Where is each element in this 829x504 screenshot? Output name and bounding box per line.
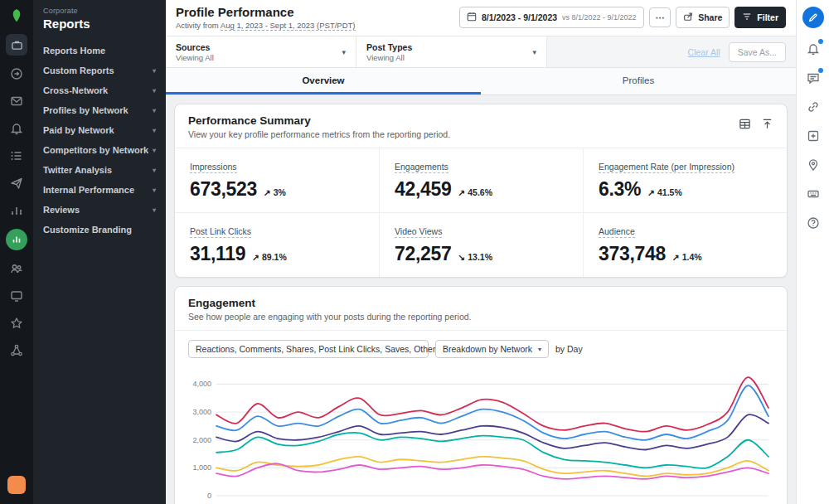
svg-text:3,000: 3,000 [192, 408, 211, 416]
reports-icon-active[interactable] [6, 229, 27, 250]
breakdown-select-value: Breakdown by Network [443, 344, 532, 354]
by-day-label: by Day [555, 344, 583, 354]
publishing-icon[interactable] [7, 174, 26, 192]
date-compare-value: vs 8/1/2022 - 9/1/2022 [562, 13, 637, 22]
metric-value: 673,523 [190, 178, 257, 201]
keyboard-icon[interactable] [805, 186, 822, 202]
sidebar-item-custom-reports[interactable]: Custom Reports▾ [33, 61, 166, 80]
chart-series-facebook [216, 414, 768, 450]
sidebar-item-customize-branding[interactable]: Customize Branding [33, 220, 166, 240]
metric-select[interactable]: Reactions, Comments, Shares, Post Link C… [188, 340, 429, 358]
sidebar-item-label: Profiles by Network [43, 105, 128, 115]
integrations-icon[interactable] [7, 342, 26, 360]
sidebar-item-twitter-analysis[interactable]: Twitter Analysis▾ [33, 160, 166, 180]
breakdown-select[interactable]: Breakdown by Network ▾ [435, 340, 549, 358]
sidebar-item-reviews[interactable]: Reviews▾ [33, 200, 166, 220]
tasks-icon[interactable] [7, 147, 26, 165]
filter-button[interactable]: Filter [734, 7, 786, 28]
chevron-down-icon: ▾ [153, 107, 156, 114]
tab-overview[interactable]: Overview [166, 68, 481, 94]
sources-label: Sources [176, 42, 214, 52]
sidebar-title: Reports [43, 17, 156, 31]
engagement-card-titles: Engagement See how people are engaging w… [188, 297, 471, 322]
filter-bar: Sources Viewing All ▾ Post Types Viewing… [166, 36, 796, 68]
performance-summary-card: Performance Summary View your key profil… [174, 104, 788, 278]
chevron-down-icon: ▾ [532, 48, 536, 56]
page-header-left: Profile Performance Activity from Aug 1,… [176, 5, 356, 30]
post-types-value: Viewing All [366, 53, 412, 62]
sidebar-item-competitors-by-network[interactable]: Competitors by Network▾ [33, 140, 166, 160]
sidebar-item-cross-network[interactable]: Cross-Network▾ [33, 80, 166, 100]
content-area: Performance Summary View your key profil… [166, 95, 796, 504]
sidebar-item-reports-home[interactable]: Reports Home [33, 41, 166, 61]
metric-label: Impressions [190, 162, 237, 173]
bell-icon[interactable] [7, 119, 26, 138]
export-icon[interactable] [761, 118, 773, 133]
sidebar-item-internal-performance[interactable]: Internal Performance▾ [33, 180, 166, 200]
sources-dropdown[interactable]: Sources Viewing All ▾ [166, 36, 356, 67]
metric-impressions: Impressions673,523↗ 3% [175, 148, 379, 212]
metric-trend-down: ↘ 13.1% [458, 252, 493, 262]
metric-video-views: Video Views72,257↘ 13.1% [379, 212, 583, 277]
metric-trend-up: ↗ 1.4% [672, 252, 702, 262]
engagement-controls: Reactions, Comments, Shares, Post Link C… [175, 331, 787, 361]
engagement-card: Engagement See how people are engaging w… [174, 286, 788, 504]
analytics-icon[interactable] [7, 201, 26, 220]
notifications-bell-icon[interactable] [805, 41, 822, 57]
chart-wrapper: 01,0002,0003,0004,0001234567891011121314… [175, 361, 787, 504]
post-types-dropdown-text: Post Types Viewing All [366, 42, 412, 62]
metrics-grid: Impressions673,523↗ 3%Engagements42,459↗… [175, 148, 787, 277]
clear-all-link[interactable]: Clear All [688, 47, 720, 57]
metric-trend-up: ↗ 3% [264, 187, 286, 197]
page-subtitle: Activity from Aug 1, 2023 - Sept 1, 2023… [176, 21, 356, 30]
sidebar-item-label: Cross-Network [43, 85, 108, 95]
calendar-icon [467, 12, 477, 23]
compose-button[interactable] [802, 7, 824, 28]
save-as-button[interactable]: Save As... [729, 42, 786, 62]
summary-card-header: Performance Summary View your key profil… [175, 104, 787, 148]
metric-trend-up: ↗ 45.6% [458, 187, 493, 197]
location-pin-icon[interactable] [805, 157, 822, 173]
tab-bar: OverviewProfiles [166, 68, 796, 95]
svg-text:2,000: 2,000 [192, 436, 211, 444]
chevron-down-icon: ▾ [153, 87, 156, 94]
sidebar-item-label: Internal Performance [43, 185, 134, 195]
metric-select-value: Reactions, Comments, Shares, Post Link C… [196, 344, 463, 354]
briefcase-icon[interactable] [6, 34, 27, 56]
post-types-dropdown[interactable]: Post Types Viewing All ▾ [356, 36, 547, 67]
filter-bar-actions: Clear All Save As... [547, 36, 796, 67]
summary-description: View your key profile performance metric… [188, 129, 450, 139]
sidebar-item-label: Competitors by Network [43, 145, 148, 155]
sidebar-item-profiles-by-network[interactable]: Profiles by Network▾ [33, 100, 166, 120]
link-icon[interactable] [805, 99, 822, 115]
metric-value: 6.3% [599, 178, 641, 201]
more-options-button[interactable]: ⋯ [649, 7, 671, 27]
user-avatar[interactable] [7, 476, 26, 494]
sources-dropdown-text: Sources Viewing All [176, 42, 214, 62]
sidebar-item-label: Custom Reports [43, 65, 114, 75]
star-icon[interactable] [7, 314, 26, 332]
date-range-button[interactable]: 8/1/2023 - 9/1/2023 vs 8/1/2022 - 9/1/20… [459, 7, 644, 28]
sidebar-item-label: Reviews [43, 205, 80, 215]
page-title: Profile Performance [176, 5, 356, 19]
metric-value: 373,748 [599, 243, 666, 265]
share-button[interactable]: Share [676, 7, 730, 28]
metric-label: Engagement Rate (per Impression) [599, 162, 734, 173]
feedback-badge [818, 68, 823, 73]
feedback-icon[interactable] [805, 70, 822, 86]
chevron-down-icon: ▾ [153, 206, 156, 214]
summary-title: Performance Summary [188, 114, 450, 127]
add-window-icon[interactable] [805, 128, 822, 144]
subtitle-dates: Aug 1, 2023 - Sept 1, 2023 (PST/PDT) [221, 21, 356, 31]
engagement-card-header: Engagement See how people are engaging w… [175, 287, 787, 331]
table-view-icon[interactable] [739, 118, 751, 133]
help-icon[interactable] [805, 215, 822, 231]
sidebar-item-paid-by-network[interactable]: Paid by Network▾ [33, 120, 166, 140]
monitor-icon[interactable] [7, 287, 26, 305]
inbox-icon[interactable] [7, 65, 26, 83]
chevron-down-icon: ▾ [153, 187, 156, 194]
people-icon[interactable] [7, 259, 26, 278]
envelope-icon[interactable] [7, 92, 26, 110]
tab-profiles[interactable]: Profiles [481, 68, 796, 94]
date-range-value: 8/1/2023 - 9/1/2023 [482, 12, 557, 22]
